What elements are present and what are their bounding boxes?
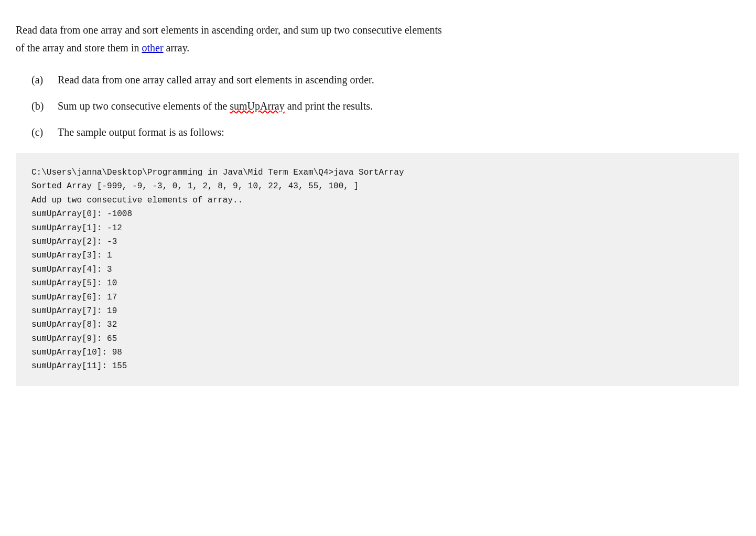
main-content: Read data from one array and sort elemen… [16,21,739,386]
list-label-b: (b) [31,98,58,114]
list-item-c: (c) The sample output format is as follo… [31,124,739,141]
intro-text-1: Read data from one array and sort elemen… [16,24,442,36]
sumuparray-underline: sumUpArray [230,100,284,112]
list-text-b-before: Sum up two consecutive elements of the [58,100,230,112]
code-block: C:\Users\janna\Desktop\Programming in Ja… [16,153,739,386]
list-text-b: Sum up two consecutive elements of the s… [58,98,739,114]
intro-text-3: array. [164,42,190,53]
list-items: (a) Read data from one array called arra… [31,71,739,141]
other-underline: other [142,42,163,53]
list-text-b-after: and print the results. [285,100,373,112]
list-text-a: Read data from one array called array an… [58,71,739,88]
list-text-c: The sample output format is as follows: [58,124,739,141]
intro-text-2: of the array and store them in [16,42,142,53]
list-label-c: (c) [31,124,58,141]
list-label-a: (a) [31,71,58,88]
list-item-a: (a) Read data from one array called arra… [31,71,739,88]
list-item-b: (b) Sum up two consecutive elements of t… [31,98,739,114]
intro-paragraph: Read data from one array and sort elemen… [16,21,739,57]
